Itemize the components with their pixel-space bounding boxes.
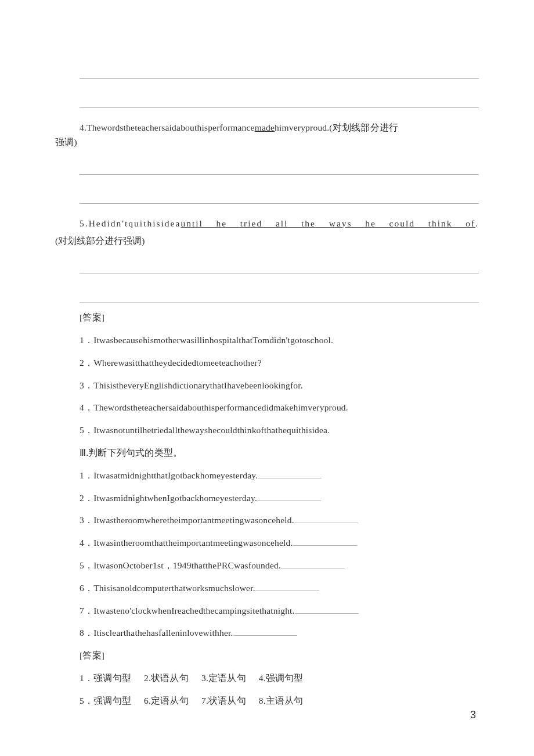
item-text: 2．ItwasmidnightwhenIgotbackhomeyesterday…: [80, 493, 257, 503]
question-5-tail: (对划线部分进行强调): [55, 234, 479, 249]
blank-line: [80, 96, 479, 108]
answers2-header: [答案]: [55, 649, 479, 663]
answer-item: 3．ThisistheveryEnglishdictionarythatIhav…: [55, 379, 479, 393]
list-item: 8．Itisclearthathehasfalleninlovewithher.: [55, 626, 479, 640]
fill-blank: [258, 470, 322, 478]
fill-blank: [294, 514, 358, 523]
page-number: 3: [470, 709, 476, 721]
q5-underline: until he tried all the ways he could thi…: [181, 218, 475, 228]
answer-cell: 6.定语从句: [144, 694, 189, 708]
answer-row: 1．强调句型 2.状语从句 3.定语从句 4.强调句型: [55, 671, 479, 686]
q4-underline: made: [255, 123, 275, 132]
q4-post: himveryproud.(对划线部分进行: [275, 123, 398, 132]
answer-blank-q3: [55, 67, 479, 108]
question-4-tail: 强调): [55, 135, 479, 150]
answers-header: [答案]: [55, 311, 479, 325]
item-text: 7．Itwasteno'clockwhenIreachedthecampings…: [80, 606, 295, 615]
list-item: 3．Itwastheroomwheretheimportantmeetingwa…: [55, 513, 479, 528]
answer-cell: 7.状语从句: [201, 694, 246, 708]
q4-pre: 4.Thewordstheteachersaidabouthisperforma…: [80, 123, 255, 132]
blank-line: [80, 261, 479, 273]
item-text: 4．Itwasintheroomthattheimportantmeetingw…: [80, 538, 293, 548]
fill-blank: [233, 627, 297, 636]
item-text: 3．Itwastheroomwheretheimportantmeetingwa…: [80, 515, 294, 525]
list-item: 6．Thisisanoldcomputerthatworksmuchslower…: [55, 581, 479, 596]
answer-row: 5．强调句型 6.定语从句 7.状语从句 8.主语从句: [55, 694, 479, 708]
blank-line: [80, 192, 479, 204]
list-item: 7．Itwasteno'clockwhenIreachedthecampings…: [55, 604, 479, 618]
fill-blank: [295, 605, 359, 614]
answer-blank-q4: [55, 163, 479, 204]
item-text: 6．Thisisanoldcomputerthatworksmuchslower…: [80, 583, 255, 593]
section-3-header: Ⅲ.判断下列句式的类型。: [55, 446, 479, 460]
question-5: 5.Hedidn'tquithisideauntil he tried all …: [55, 217, 479, 231]
list-item: 4．Itwasintheroomthattheimportantmeetingw…: [55, 536, 479, 550]
answer-cell: 3.定语从句: [201, 671, 246, 686]
answer-cell: 4.强调句型: [259, 671, 304, 686]
fill-blank: [281, 560, 345, 568]
list-item: 5．ItwasonOctober1st，1949thatthePRCwasfou…: [55, 559, 479, 573]
item-text: 1．ItwasatmidnightthatIgotbackhomeyesterd…: [80, 470, 258, 480]
answer-cell: 8.主语从句: [259, 694, 304, 708]
fill-blank: [293, 537, 357, 546]
list-item: 2．ItwasmidnightwhenIgotbackhomeyesterday…: [55, 491, 479, 506]
answer-cell: 1．强调句型: [80, 671, 131, 686]
fill-blank: [257, 492, 321, 501]
question-4: 4.Thewordstheteachersaidabouthisperforma…: [55, 121, 479, 135]
blank-line: [80, 290, 479, 303]
answer-item: 2．Wherewasitthattheydecidedtomeeteachoth…: [55, 356, 479, 370]
document-page: 4.Thewordstheteachersaidabouthisperforma…: [0, 0, 534, 708]
item-text: 8．Itisclearthathehasfalleninlovewithher.: [80, 628, 233, 638]
q5-pre: 5.Hedidn'tquithisidea: [80, 218, 181, 228]
answer-item: 1．Itwasbecausehismotherwasillinhospitalt…: [55, 333, 479, 348]
answer-item: 5．Itwasnotuntilhetriedallthewayshecouldt…: [55, 423, 479, 438]
fill-blank: [255, 582, 319, 591]
answer-cell: 5．强调句型: [80, 694, 131, 708]
answer-cell: 2.状语从句: [144, 671, 189, 686]
blank-line: [80, 163, 479, 175]
blank-line: [80, 67, 479, 79]
answer-blank-q5: [55, 261, 479, 303]
item-text: 5．ItwasonOctober1st，1949thatthePRCwasfou…: [80, 560, 281, 570]
q5-post: .: [475, 218, 479, 228]
answer-item: 4．Thewordstheteachersaidabouthisperforma…: [55, 401, 479, 415]
list-item: 1．ItwasatmidnightthatIgotbackhomeyesterd…: [55, 469, 479, 483]
